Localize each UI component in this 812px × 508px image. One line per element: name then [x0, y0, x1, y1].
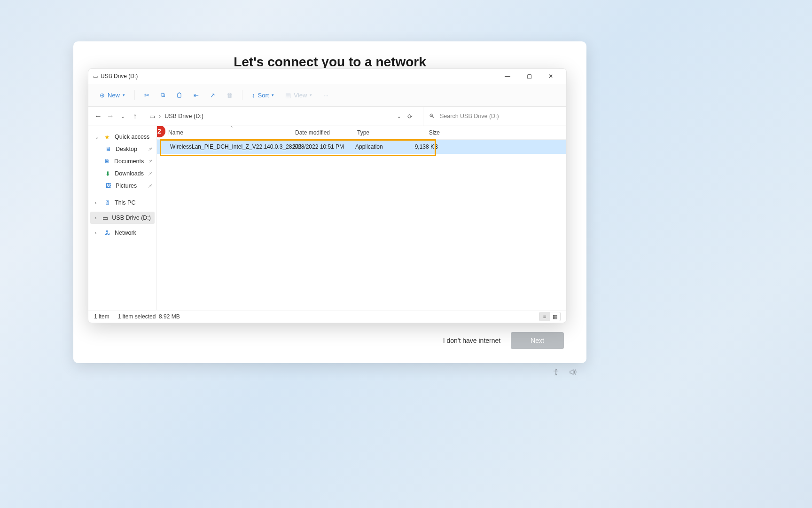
drive-icon: ▭ — [93, 73, 98, 79]
paste-button[interactable]: 📋︎ — [172, 89, 187, 102]
chevron-right-icon: › — [95, 215, 99, 221]
sidebar-item-desktop[interactable]: 🖥︎ Desktop 📌︎ — [88, 143, 156, 155]
plus-icon: ⊕ — [100, 92, 105, 99]
back-button[interactable]: ← — [94, 112, 102, 120]
col-name[interactable]: ⌃Name — [168, 129, 295, 136]
file-size: 9,138 KB — [405, 143, 442, 150]
oobe-footer: I don't have internet Next — [443, 332, 564, 349]
chevron-right-icon: › — [159, 113, 161, 119]
up-button[interactable]: ↑ — [131, 112, 139, 120]
col-type[interactable]: Type — [357, 129, 407, 136]
downloads-icon: ⬇ — [104, 170, 111, 177]
drive-icon: ▭ — [102, 214, 109, 222]
no-internet-link[interactable]: I don't have internet — [443, 337, 501, 344]
svg-point-0 — [555, 369, 557, 370]
pin-icon: 📌︎ — [148, 159, 153, 164]
pin-icon: 📌︎ — [148, 183, 153, 189]
system-tray — [552, 368, 577, 378]
column-headers: ⌃Name Date modified Type Size — [157, 126, 566, 140]
titlebar[interactable]: ▭ USB Drive (D:) ― ▢ ✕ — [88, 69, 566, 84]
maximize-button[interactable]: ▢ — [518, 69, 540, 84]
view-toggle: ≡ ▦ — [539, 312, 561, 321]
chevron-down-icon: ▾ — [123, 93, 125, 97]
new-button[interactable]: ⊕ New ▾ — [95, 89, 130, 102]
search-icon: 🔍︎ — [429, 113, 435, 119]
nav-buttons: ← → ⌄ ↑ — [88, 112, 145, 120]
window-title: USB Drive (D:) — [101, 73, 138, 79]
pictures-icon: 🖼︎ — [104, 182, 112, 190]
chevron-down-icon[interactable]: ⌄ — [397, 114, 401, 119]
scissors-icon: ✂ — [144, 92, 149, 99]
copy-icon: ⧉ — [161, 91, 165, 99]
rename-icon: ⇤ — [194, 92, 199, 99]
sidebar-item-usb-drive[interactable]: › ▭ USB Drive (D:) — [90, 212, 155, 224]
star-icon: ★ — [103, 133, 111, 141]
more-button[interactable]: ··· — [319, 89, 333, 102]
desktop-icon: 🖥︎ — [104, 145, 112, 153]
thumbnails-view-button[interactable]: ▦ — [550, 312, 560, 321]
file-name: WirelessLan_PIE_DCH_Intel_Z_V22.140.0.3_… — [170, 143, 302, 150]
documents-icon: 🗎 — [104, 158, 110, 165]
volume-icon[interactable] — [569, 368, 577, 378]
sort-indicator-icon: ⌃ — [230, 126, 234, 130]
address-segment[interactable]: USB Drive (D:) — [164, 113, 203, 119]
accessibility-icon[interactable] — [552, 368, 560, 378]
details-view-button[interactable]: ≡ — [539, 312, 550, 321]
separator — [134, 90, 135, 100]
sidebar-item-downloads[interactable]: ⬇ Downloads 📌︎ — [88, 167, 156, 180]
oobe-heading: Let's connect you to a network — [73, 55, 586, 70]
file-date: 8/28/2022 10:51 PM — [293, 143, 355, 150]
network-icon: 🖧 — [103, 229, 111, 237]
clipboard-icon: 📋︎ — [176, 92, 182, 99]
cut-button[interactable]: ✂ — [140, 89, 154, 102]
separator — [242, 90, 242, 100]
sidebar-item-this-pc[interactable]: › 🖥︎ This PC — [88, 197, 156, 209]
share-icon: ↗ — [210, 92, 215, 99]
col-date[interactable]: Date modified — [295, 129, 357, 136]
share-button[interactable]: ↗ — [205, 89, 220, 102]
next-button[interactable]: Next — [511, 332, 564, 349]
close-button[interactable]: ✕ — [540, 69, 562, 84]
toolbar: ⊕ New ▾ ✂ ⧉ 📋︎ ⇤ ↗ 🗑︎ ↕Sort▾ ▤View▾ ··· — [88, 84, 566, 107]
view-icon: ▤ — [285, 92, 291, 99]
sidebar: ⌄ ★ Quick access 🖥︎ Desktop 📌︎ 🗎 Documen… — [88, 126, 157, 310]
chevron-right-icon: › — [95, 230, 100, 236]
sidebar-item-network[interactable]: › 🖧 Network — [88, 227, 156, 239]
sort-icon: ↕ — [252, 92, 255, 99]
refresh-button[interactable]: ⟳ — [407, 113, 413, 120]
status-selected: 1 item selected 8.92 MB — [118, 313, 180, 320]
status-count: 1 item — [94, 313, 109, 320]
status-bar: 1 item 1 item selected 8.92 MB ≡ ▦ — [88, 310, 566, 323]
view-button[interactable]: ▤View▾ — [281, 89, 317, 102]
drive-icon: ▭ — [149, 113, 155, 120]
sidebar-item-pictures[interactable]: 🖼︎ Pictures 📌︎ — [88, 180, 156, 192]
file-row[interactable]: WirelessLan_PIE_DCH_Intel_Z_V22.140.0.3_… — [157, 140, 566, 154]
sidebar-item-quick-access[interactable]: ⌄ ★ Quick access — [88, 131, 156, 143]
pc-icon: 🖥︎ — [103, 199, 111, 206]
trash-icon: 🗑︎ — [226, 92, 233, 99]
delete-button[interactable]: 🗑︎ — [222, 89, 237, 102]
forward-button[interactable]: → — [106, 112, 115, 120]
minimize-button[interactable]: ― — [497, 69, 518, 84]
nav-row: ← → ⌄ ↑ ▭ › USB Drive (D:) ⌄ ⟳ 🔍︎ Search… — [88, 107, 566, 126]
sidebar-item-documents[interactable]: 🗎 Documents 📌︎ — [88, 155, 156, 167]
col-size[interactable]: Size — [407, 129, 444, 136]
search-placeholder: Search USB Drive (D:) — [440, 113, 499, 119]
content-pane: ⌃Name Date modified Type Size WirelessLa… — [157, 126, 566, 310]
search-input[interactable]: 🔍︎ Search USB Drive (D:) — [423, 107, 566, 126]
recent-button[interactable]: ⌄ — [118, 114, 127, 119]
copy-button[interactable]: ⧉ — [156, 88, 170, 102]
file-type: Application — [355, 143, 405, 150]
rename-button[interactable]: ⇤ — [189, 89, 203, 102]
pin-icon: 📌︎ — [148, 171, 153, 176]
chevron-down-icon: ⌄ — [95, 135, 100, 140]
pin-icon: 📌︎ — [148, 146, 153, 152]
chevron-right-icon: › — [95, 200, 100, 206]
explorer-window: ▭ USB Drive (D:) ― ▢ ✕ ⊕ New ▾ ✂ ⧉ 📋︎ ⇤ … — [88, 68, 567, 323]
address-bar[interactable]: ▭ › USB Drive (D:) ⌄ ⟳ — [145, 113, 423, 120]
sort-button[interactable]: ↕Sort▾ — [247, 89, 279, 102]
